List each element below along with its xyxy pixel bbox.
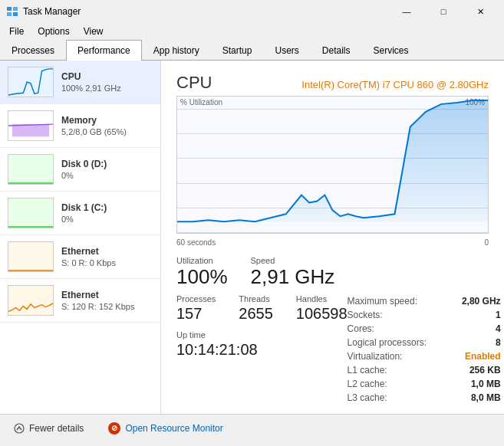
tab-services[interactable]: Services xyxy=(362,40,420,61)
disk0-sidebar-value: 0% xyxy=(61,171,153,180)
utilization-block: Utilization 100% xyxy=(176,256,228,287)
svg-rect-2 xyxy=(7,12,12,16)
app-icon xyxy=(6,5,18,18)
maximize-button[interactable]: □ xyxy=(426,0,461,23)
ethernet1-thumb xyxy=(8,241,54,272)
detail-row: Virtualization:Enabled xyxy=(348,349,501,363)
handles-value: 106598 xyxy=(296,305,348,323)
memory-thumb xyxy=(8,110,54,141)
disk0-sidebar-label: Disk 0 (D:) xyxy=(61,159,153,169)
cpu-graph-svg xyxy=(177,97,488,233)
sidebar-item-ethernet2[interactable]: Ethernet S: 120 R: 152 Kbps xyxy=(0,279,160,323)
cpu-subtitle: Intel(R) Core(TM) i7 CPU 860 @ 2.80GHz xyxy=(301,79,489,90)
processes-value: 157 xyxy=(176,305,216,323)
ethernet2-sidebar-info: Ethernet S: 120 R: 152 Kbps xyxy=(61,290,153,311)
detail-val: Enabled xyxy=(465,351,501,362)
cpu-chart: % Utilization 100% xyxy=(176,96,489,234)
tab-startup[interactable]: Startup xyxy=(211,40,264,61)
detail-rows: Maximum speed:2,80 GHzSockets:1Cores:4Lo… xyxy=(348,294,501,405)
memory-sidebar-info: Memory 5,2/8,0 GB (65%) xyxy=(61,115,153,136)
disk0-thumb xyxy=(8,154,54,185)
svg-rect-1 xyxy=(13,7,18,11)
detail-key: L3 cache: xyxy=(348,392,387,403)
detail-row: Sockets:1 xyxy=(348,308,501,322)
cpu-title: CPU xyxy=(176,73,212,93)
detail-val: 256 KB xyxy=(469,365,501,375)
svg-point-7 xyxy=(15,424,24,433)
title-bar-left: Task Manager xyxy=(6,5,81,18)
cpu-sidebar-info: CPU 100% 2,91 GHz xyxy=(61,71,153,93)
disk1-sidebar-info: Disk 1 (C:) 0% xyxy=(61,202,153,224)
chart-x-right: 0 xyxy=(484,238,489,247)
left-stats: Processes 157 Threads 2655 Handles 10659… xyxy=(176,294,348,405)
sidebar-item-ethernet1[interactable]: Ethernet S: 0 R: 0 Kbps xyxy=(0,235,160,279)
tab-processes[interactable]: Processes xyxy=(0,40,66,61)
threads-label: Threads xyxy=(239,294,273,303)
handles-label: Handles xyxy=(296,294,348,303)
detail-key: Virtualization: xyxy=(348,351,403,362)
sidebar-item-cpu[interactable]: CPU 100% 2,91 GHz xyxy=(0,61,160,104)
tab-details[interactable]: Details xyxy=(311,40,362,61)
ethernet2-sidebar-label: Ethernet xyxy=(61,290,153,300)
detail-val: 1 xyxy=(496,310,501,320)
speed-label: Speed xyxy=(251,256,335,265)
disk1-thumb xyxy=(8,198,54,228)
speed-block: Speed 2,91 GHz xyxy=(251,256,335,287)
stats-row-1: Utilization 100% Speed 2,91 GHz xyxy=(176,256,489,287)
bottom-stats: Processes 157 Threads 2655 Handles 10659… xyxy=(176,294,489,405)
tab-performance[interactable]: Performance xyxy=(66,40,142,61)
detail-row: Cores:4 xyxy=(348,322,501,336)
cpu-header: CPU Intel(R) Core(TM) i7 CPU 860 @ 2.80G… xyxy=(176,73,489,93)
detail-key: L1 cache: xyxy=(348,365,387,375)
uptime-label: Up time xyxy=(176,330,348,339)
sidebar: CPU 100% 2,91 GHz Memory 5,2/8,0 GB (65%… xyxy=(0,61,161,414)
menu-view[interactable]: View xyxy=(77,25,110,38)
main-content: CPU 100% 2,91 GHz Memory 5,2/8,0 GB (65%… xyxy=(0,61,504,414)
detail-row: L1 cache:256 KB xyxy=(348,363,501,377)
sidebar-item-disk1[interactable]: Disk 1 (C:) 0% xyxy=(0,192,160,235)
detail-key: Maximum speed: xyxy=(348,296,417,307)
tab-app-history[interactable]: App history xyxy=(142,40,211,61)
minimize-button[interactable]: — xyxy=(389,0,424,23)
open-resource-monitor-button[interactable]: ⊘ Open Resource Monitor xyxy=(104,419,227,438)
ethernet1-sidebar-label: Ethernet xyxy=(61,246,153,257)
utilization-label: Utilization xyxy=(176,256,228,265)
menu-file[interactable]: File xyxy=(3,25,30,38)
close-button[interactable]: ✕ xyxy=(463,0,498,23)
threads-value: 2655 xyxy=(239,305,273,323)
cpu-sidebar-value: 100% 2,91 GHz xyxy=(61,84,153,93)
content-panel: CPU Intel(R) Core(TM) i7 CPU 860 @ 2.80G… xyxy=(161,61,504,414)
speed-value: 2,91 GHz xyxy=(251,267,335,287)
detail-val: 4 xyxy=(496,323,501,334)
tab-users[interactable]: Users xyxy=(263,40,310,61)
detail-row: L3 cache:8,0 MB xyxy=(348,391,501,405)
memory-sidebar-label: Memory xyxy=(61,115,153,126)
fewer-details-label: Fewer details xyxy=(29,423,84,434)
utilization-value: 100% xyxy=(176,267,228,287)
cpu-sidebar-label: CPU xyxy=(61,71,153,82)
svg-rect-3 xyxy=(13,12,18,16)
menu-bar: File Options View xyxy=(0,23,504,40)
cpu-thumb xyxy=(8,67,54,97)
resource-monitor-label: Open Resource Monitor xyxy=(125,423,222,434)
detail-key: Cores: xyxy=(348,323,374,334)
disk1-sidebar-value: 0% xyxy=(61,215,153,224)
svg-rect-0 xyxy=(7,7,12,11)
chevron-up-icon xyxy=(14,423,25,434)
sidebar-item-disk0[interactable]: Disk 0 (D:) 0% xyxy=(0,148,160,192)
handles-block: Handles 106598 xyxy=(296,294,348,323)
detail-key: L2 cache: xyxy=(348,379,387,389)
chart-x-left: 60 seconds xyxy=(176,238,216,247)
detail-column: Maximum speed:2,80 GHzSockets:1Cores:4Lo… xyxy=(348,294,501,405)
detail-key: Sockets: xyxy=(348,310,383,320)
chart-x-labels: 60 seconds 0 xyxy=(176,238,489,247)
menu-options[interactable]: Options xyxy=(31,25,75,38)
no-entry-icon: ⊘ xyxy=(108,422,120,435)
svg-rect-5 xyxy=(12,124,49,136)
detail-row: Maximum speed:2,80 GHz xyxy=(348,294,501,308)
disk0-sidebar-info: Disk 0 (D:) 0% xyxy=(61,159,153,180)
threads-block: Threads 2655 xyxy=(239,294,273,323)
sidebar-item-memory[interactable]: Memory 5,2/8,0 GB (65%) xyxy=(0,104,160,148)
detail-row: Logical processors:8 xyxy=(348,336,501,349)
fewer-details-button[interactable]: Fewer details xyxy=(9,420,88,437)
